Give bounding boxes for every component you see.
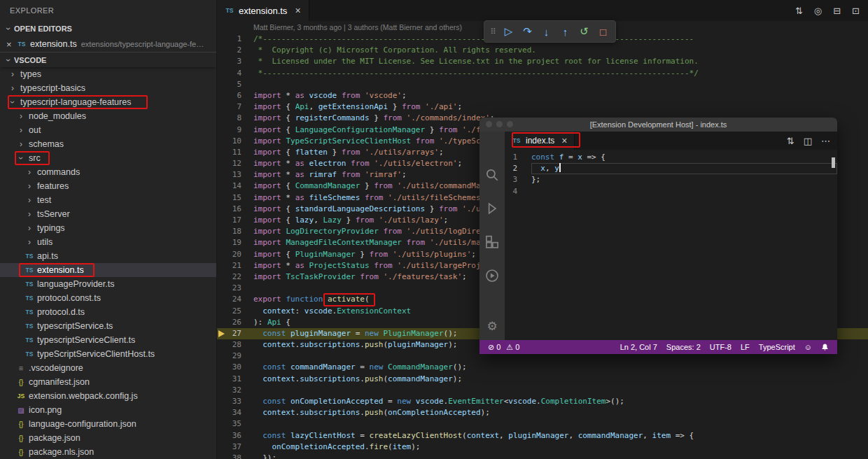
line-number[interactable]: 30 — [217, 362, 253, 373]
code-text[interactable]: context.subscriptions.push(onCompletionA… — [253, 407, 868, 418]
close-icon[interactable]: × — [295, 5, 300, 16]
feedback-smiley-icon[interactable]: ☺ — [802, 343, 815, 351]
tree-item-cgmanifest.json[interactable]: {}cgmanifest.json — [0, 375, 216, 389]
line-number[interactable]: 6 — [217, 90, 253, 101]
tree-item-icon.png[interactable]: ▨icon.png — [0, 403, 216, 417]
run-debug-icon[interactable] — [479, 192, 505, 225]
code-line-4[interactable]: 4 — [505, 186, 837, 197]
toggle-layout-icon[interactable]: ⇅ — [787, 136, 794, 146]
code-line-4[interactable]: 4 *-------------------------------------… — [217, 68, 868, 79]
code-text[interactable] — [531, 186, 837, 197]
tree-item-typescriptService.ts[interactable]: TStypescriptService.ts — [0, 319, 216, 333]
line-number[interactable]: 26 — [217, 317, 253, 328]
line-number[interactable]: 33 — [217, 396, 253, 407]
restart-button[interactable]: ↺ — [575, 22, 594, 41]
line-number[interactable]: 1 — [505, 152, 531, 163]
line-number[interactable]: 34 — [217, 407, 253, 418]
line-number[interactable]: 22 — [217, 271, 253, 283]
more-actions-icon[interactable]: ⋯ — [821, 136, 830, 146]
code-text[interactable]: const f = x => { — [531, 152, 837, 163]
line-number[interactable]: 14 — [217, 181, 253, 192]
tree-item-languageProvider.ts[interactable]: TSlanguageProvider.ts — [0, 277, 216, 291]
tree-item-schemas[interactable]: ›schemas — [0, 137, 216, 151]
run-circle-icon[interactable] — [479, 259, 505, 292]
code-line-30[interactable]: 30 const commandManager = new CommandMan… — [217, 362, 868, 373]
tree-item-typescriptServiceClient.ts[interactable]: TStypescriptServiceClient.ts — [0, 333, 216, 347]
step-into-button[interactable]: ↓ — [537, 22, 556, 41]
search-icon[interactable] — [479, 158, 505, 192]
code-text[interactable]: }; — [531, 174, 837, 185]
status-indentation[interactable]: Spaces: 2 — [664, 343, 704, 351]
line-number[interactable]: 37 — [217, 442, 253, 453]
window-minimize-button[interactable] — [496, 121, 503, 127]
code-line-2[interactable]: 2 x, y — [505, 163, 837, 174]
code-text[interactable]: onCompletionAccepted.fire(item); — [253, 442, 868, 453]
tree-item-out[interactable]: ›out — [0, 123, 216, 137]
code-text[interactable]: *---------------------------------------… — [253, 68, 868, 79]
line-number[interactable]: 20 — [217, 249, 253, 260]
tree-item-typescript-basics[interactable]: ›typescript-basics — [0, 81, 216, 95]
tree-item-language-configuration.json[interactable]: {}language-configuration.json — [0, 417, 216, 431]
tab-extension-ts[interactable]: TS extension.ts × — [217, 0, 309, 21]
line-number[interactable]: 4 — [217, 68, 253, 79]
code-text[interactable]: * Licensed under the MIT License. See Li… — [253, 56, 868, 67]
line-number[interactable]: 1 — [217, 34, 253, 45]
extensions-icon[interactable] — [479, 225, 505, 259]
code-line-36[interactable]: 36 const lazyClientHost = createLazyClie… — [217, 430, 868, 442]
line-number[interactable]: 4 — [505, 186, 531, 197]
code-text[interactable]: import { Api, getExtensionApi } from './… — [253, 101, 868, 113]
code-line-33[interactable]: 33 const onCompletionAccepted = new vsco… — [217, 396, 868, 407]
line-number[interactable]: 18 — [217, 226, 253, 237]
settings-gear-icon[interactable]: ⚙ — [479, 312, 505, 340]
code-line-31[interactable]: 31 context.subscriptions.push(commandMan… — [217, 374, 868, 385]
status-eol[interactable]: LF — [738, 343, 752, 351]
code-text[interactable]: }); — [253, 453, 868, 459]
line-number[interactable]: 29 — [217, 351, 253, 362]
split-editor-icon[interactable]: ⊟ — [833, 6, 841, 16]
line-number[interactable]: 13 — [217, 169, 253, 181]
line-number[interactable]: 7 — [217, 101, 253, 113]
tree-item-typings[interactable]: ›typings — [0, 221, 216, 235]
code-line-3[interactable]: 3 * Licensed under the MIT License. See … — [217, 56, 868, 67]
line-number[interactable]: 2 — [217, 45, 253, 56]
line-number[interactable]: 12 — [217, 158, 253, 169]
window-maximize-button[interactable] — [507, 121, 513, 127]
tree-item-.vscodeignore[interactable]: ≡.vscodeignore — [0, 361, 216, 375]
code-line-35[interactable]: 35 — [217, 418, 868, 430]
tree-item-extension.webpack.config.js[interactable]: JSextension.webpack.config.js — [0, 389, 216, 403]
layout-icon[interactable]: ⊡ — [852, 6, 860, 16]
workspace-section-header[interactable]: › VSCODE — [0, 52, 216, 67]
status-language-mode[interactable]: TypeScript — [756, 343, 798, 351]
line-number[interactable]: 2 — [505, 163, 531, 174]
line-number[interactable]: 21 — [217, 260, 253, 271]
open-preview-icon[interactable]: ◎ — [814, 6, 822, 16]
stop-button[interactable]: □ — [594, 22, 612, 41]
split-editor-icon[interactable]: ◫ — [804, 136, 812, 146]
line-number[interactable]: 36 — [217, 430, 253, 442]
code-line-6[interactable]: 6import * as vscode from 'vscode'; — [217, 90, 868, 101]
drag-handle[interactable]: ⠿ — [487, 22, 499, 41]
tree-item-typescript-language-features[interactable]: ›typescript-language-features — [0, 95, 216, 109]
line-number[interactable]: 19 — [217, 237, 253, 248]
code-text[interactable]: const onCompletionAccepted = new vscode.… — [253, 396, 868, 407]
line-number[interactable]: 28 — [217, 339, 253, 351]
line-number[interactable]: 25 — [217, 306, 253, 317]
code-line-34[interactable]: 34 context.subscriptions.push(onCompleti… — [217, 407, 868, 418]
line-number[interactable]: 35 — [217, 418, 253, 430]
tree-item-features[interactable]: ›features — [0, 179, 216, 193]
code-line-7[interactable]: 7import { Api, getExtensionApi } from '.… — [217, 101, 868, 113]
tree-item-protocol.d.ts[interactable]: TSprotocol.d.ts — [0, 305, 216, 319]
line-number[interactable]: 16 — [217, 204, 253, 215]
compare-changes-icon[interactable]: ⇅ — [795, 6, 803, 16]
code-text[interactable]: const commandManager = new CommandManage… — [253, 362, 868, 373]
line-number[interactable]: 32 — [217, 385, 253, 396]
code-text[interactable]: context.subscriptions.push(commandManage… — [253, 374, 868, 385]
line-number[interactable]: 5 — [217, 79, 253, 90]
tree-item-extension.ts[interactable]: TSextension.ts — [0, 263, 216, 277]
line-number[interactable]: 24 — [217, 294, 253, 305]
line-number[interactable]: 10 — [217, 136, 253, 147]
window-close-button[interactable] — [486, 121, 492, 127]
line-number[interactable]: 38 — [217, 453, 253, 459]
tree-item-commands[interactable]: ›commands — [0, 165, 216, 179]
tree-item-src[interactable]: ›src — [0, 151, 216, 165]
